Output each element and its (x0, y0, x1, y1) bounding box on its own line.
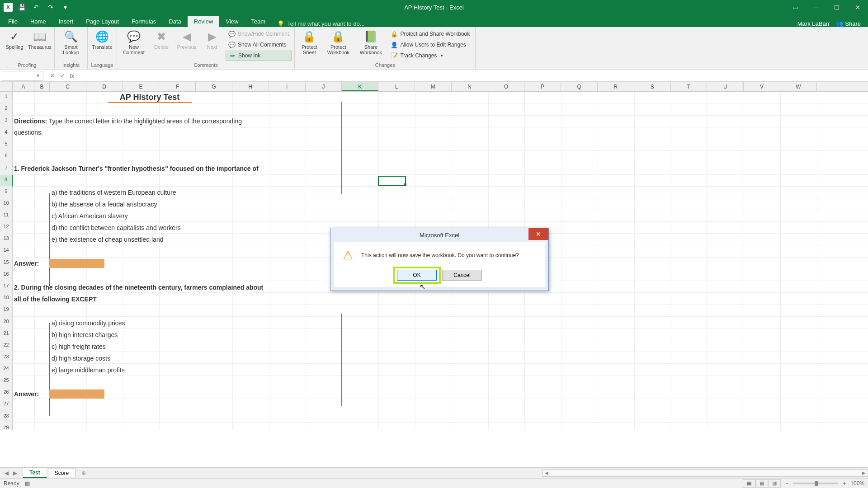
zoom-thumb[interactable] (815, 481, 818, 486)
maximize-icon[interactable]: ☐ (826, 0, 847, 14)
fx-icon[interactable]: fx (70, 72, 77, 79)
translate-button[interactable]: 🌐Translate (90, 28, 114, 50)
qat-customize-icon[interactable]: ▾ (60, 2, 71, 13)
column-header-N[interactable]: N (452, 82, 488, 91)
sheet-tab-score[interactable]: Score (48, 468, 75, 478)
thesaurus-button[interactable]: 📖Thesaurus (28, 28, 52, 50)
tab-data[interactable]: Data (162, 16, 187, 27)
row-header-14[interactable]: 14 (0, 245, 13, 258)
allow-edit-ranges-button[interactable]: 👤Allow Users to Edit Ranges (388, 40, 472, 50)
row-header-1[interactable]: 1 (0, 92, 13, 103)
page-break-view-button[interactable]: ▥ (768, 479, 781, 488)
row-header-5[interactable]: 5 (0, 139, 13, 151)
dialog-titlebar[interactable]: Microsoft Excel ✕ (330, 228, 548, 242)
column-header-K[interactable]: K (342, 82, 378, 91)
sheet-prev-icon[interactable]: ◀ (5, 470, 9, 476)
column-header-E[interactable]: E (123, 82, 160, 91)
row-header-7[interactable]: 7 (0, 163, 13, 175)
horizontal-scrollbar[interactable]: ◀ ▶ (542, 469, 868, 477)
ribbon-options-icon[interactable]: ▭ (785, 0, 806, 14)
protect-share-workbook-button[interactable]: 🔒Protect and Share Workbook (388, 29, 472, 39)
column-header-M[interactable]: M (415, 82, 452, 91)
tab-home[interactable]: Home (24, 16, 52, 27)
column-header-Q[interactable]: Q (561, 82, 598, 91)
new-comment-button[interactable]: 💬New Comment (120, 28, 148, 55)
close-icon[interactable]: ✕ (847, 0, 868, 14)
column-header-G[interactable]: G (196, 82, 232, 91)
add-sheet-button[interactable]: ⊕ (78, 470, 89, 476)
row-header-4[interactable]: 4 (0, 127, 13, 139)
tab-review[interactable]: Review (188, 16, 220, 27)
row-header-6[interactable]: 6 (0, 151, 13, 163)
minimize-icon[interactable]: — (806, 0, 826, 14)
fill-handle[interactable] (404, 183, 406, 186)
row-header-23[interactable]: 23 (0, 352, 13, 364)
normal-view-button[interactable]: ▦ (743, 479, 755, 488)
column-header-A[interactable]: A (13, 82, 34, 91)
cancel-button[interactable]: Cancel (442, 270, 482, 281)
select-all-corner[interactable] (0, 82, 13, 91)
tab-view[interactable]: View (219, 16, 245, 27)
column-header-C[interactable]: C (50, 82, 86, 91)
tab-formulas[interactable]: Formulas (125, 16, 162, 27)
column-header-P[interactable]: P (524, 82, 561, 91)
tab-team[interactable]: Team (245, 16, 272, 27)
redo-icon[interactable]: ↷ (45, 2, 56, 13)
delete-comment-button[interactable]: ✖Delete (150, 28, 173, 50)
smart-lookup-button[interactable]: 🔍Smart Lookup (57, 28, 85, 55)
column-header-W[interactable]: W (780, 82, 817, 91)
row-header-20[interactable]: 20 (0, 317, 13, 328)
answer2-input[interactable] (49, 389, 104, 399)
user-name[interactable]: Mark LaBarr (797, 20, 830, 27)
row-header-16[interactable]: 16 (0, 269, 13, 282)
row-header-15[interactable]: 15 (0, 258, 13, 269)
row-header-27[interactable]: 27 (0, 399, 13, 411)
row-header-17[interactable]: 17 (0, 281, 13, 293)
chevron-down-icon[interactable]: ▼ (36, 73, 40, 78)
column-header-O[interactable]: O (488, 82, 525, 91)
zoom-level[interactable]: 100% (850, 480, 864, 487)
sheet-next-icon[interactable]: ▶ (13, 470, 17, 476)
formula-input[interactable] (77, 71, 868, 81)
sheet-tab-test[interactable]: Test (23, 468, 47, 478)
answer1-input[interactable] (49, 259, 104, 268)
undo-icon[interactable]: ↶ (31, 2, 42, 13)
column-header-J[interactable]: J (306, 82, 342, 91)
scroll-right-icon[interactable]: ▶ (860, 470, 868, 475)
row-header-21[interactable]: 21 (0, 328, 13, 340)
column-header-S[interactable]: S (634, 82, 671, 91)
tab-insert[interactable]: Insert (52, 16, 80, 27)
next-comment-button[interactable]: ▶Next (200, 28, 224, 50)
column-header-I[interactable]: I (269, 82, 306, 91)
column-header-D[interactable]: D (86, 82, 123, 91)
row-header-24[interactable]: 24 (0, 364, 13, 375)
row-header-28[interactable]: 28 (0, 411, 13, 423)
column-header-B[interactable]: B (34, 82, 50, 91)
name-box[interactable]: ▼ (2, 71, 43, 81)
protect-sheet-button[interactable]: 🔒Protect Sheet (297, 28, 321, 55)
page-layout-view-button[interactable]: ▤ (755, 479, 768, 488)
row-header-26[interactable]: 26 (0, 387, 13, 399)
row-header-13[interactable]: 13 (0, 234, 13, 245)
row-header-25[interactable]: 25 (0, 375, 13, 388)
row-header-2[interactable]: 2 (0, 103, 13, 116)
row-header-12[interactable]: 12 (0, 222, 13, 234)
cancel-formula-icon[interactable]: ✕ (50, 72, 55, 79)
column-header-T[interactable]: T (671, 82, 708, 91)
dialog-close-button[interactable]: ✕ (528, 228, 548, 240)
column-header-U[interactable]: U (707, 82, 744, 91)
share-workbook-button[interactable]: 📗Share Workbook (355, 28, 386, 55)
ok-button[interactable]: OK (397, 270, 437, 281)
showhide-comment-button[interactable]: 💬Show/Hide Comment (226, 29, 292, 39)
row-header-9[interactable]: 9 (0, 187, 13, 198)
show-ink-button[interactable]: ✏Show Ink (226, 51, 292, 61)
tab-file[interactable]: File (2, 16, 24, 27)
row-header-19[interactable]: 19 (0, 305, 13, 317)
spelling-button[interactable]: ✓Spelling (3, 28, 26, 50)
zoom-in-button[interactable]: + (843, 480, 846, 487)
tell-me-search[interactable]: 💡 Tell me what you want to do... (277, 20, 364, 27)
row-header-29[interactable]: 29 (0, 423, 13, 430)
zoom-out-button[interactable]: − (785, 480, 788, 487)
column-header-L[interactable]: L (378, 82, 415, 91)
row-header-10[interactable]: 10 (0, 198, 13, 210)
